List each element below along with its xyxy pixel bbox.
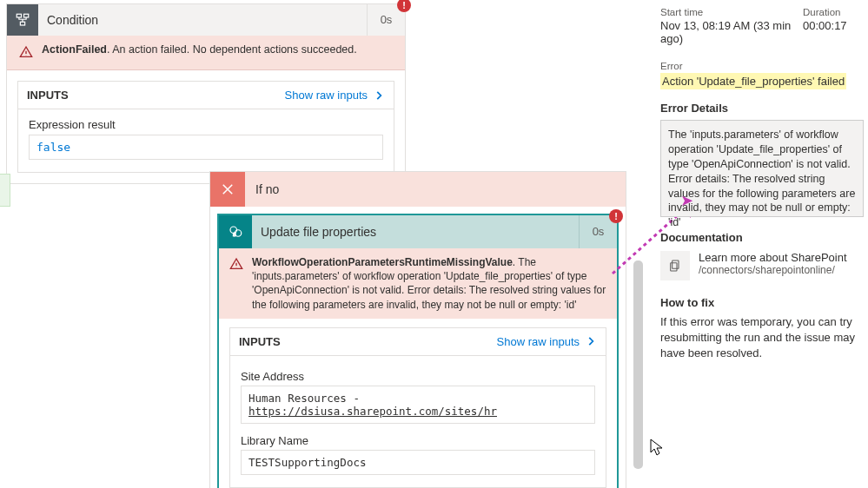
- close-icon: [210, 172, 245, 207]
- warning-icon: [229, 257, 243, 312]
- error-label: Error: [660, 61, 864, 71]
- start-time-value: Nov 13, 08:19 AM (33 min ago): [660, 19, 803, 45]
- condition-icon: [7, 4, 38, 36]
- svg-rect-1: [24, 14, 29, 17]
- library-name-label: Library Name: [241, 434, 595, 447]
- svg-text:S: S: [233, 231, 236, 237]
- ufp-inputs-panel: INPUTS Show raw inputs Site Address Huma…: [229, 327, 606, 488]
- details-pane: Start time Nov 13, 08:19 AM (33 min ago)…: [659, 0, 865, 488]
- chevron-right-icon: [373, 89, 385, 102]
- condition-header[interactable]: Condition 0s !: [7, 4, 405, 36]
- show-raw-inputs-label: Show raw inputs: [285, 89, 368, 102]
- start-time-label: Start time: [660, 7, 803, 17]
- ufp-error-banner: WorkflowOperationParametersRuntimeMissin…: [219, 248, 617, 319]
- error-summary: Action 'Update_file_properties' failed: [660, 73, 846, 89]
- svg-rect-7: [673, 260, 679, 268]
- error-badge-icon: !: [397, 0, 411, 12]
- scrollbar[interactable]: [633, 260, 643, 469]
- documentation-title: Learn more about SharePoint: [699, 251, 847, 264]
- warning-icon: [19, 45, 33, 62]
- documentation-link[interactable]: Learn more about SharePoint /connectors/…: [660, 251, 864, 280]
- copy-icon: [660, 251, 690, 280]
- documentation-path: /connectors/sharepointonline/: [699, 264, 847, 276]
- error-message: . An action failed. No dependent actions…: [107, 43, 357, 56]
- condition-error-banner: ActionFailed. An action failed. No depen…: [7, 36, 405, 70]
- svg-rect-0: [17, 14, 21, 17]
- error-details-text: The 'inputs.parameters' of workflow oper…: [668, 129, 855, 228]
- show-raw-inputs-link[interactable]: Show raw inputs: [285, 89, 385, 102]
- condition-inputs-panel: INPUTS Show raw inputs Expression result…: [17, 81, 394, 173]
- chevron-right-icon: [585, 335, 597, 347]
- error-badge-icon: !: [609, 209, 623, 223]
- svg-rect-2: [20, 22, 24, 25]
- expression-result-value: false: [29, 135, 383, 160]
- duration-label: Duration: [803, 7, 864, 17]
- error-details-box: The 'inputs.parameters' of workflow oper…: [660, 120, 864, 217]
- svg-rect-8: [671, 263, 677, 271]
- duration-value: 00:00:17: [803, 19, 864, 32]
- if-no-branch: If no S Update file properties 0s !: [209, 171, 626, 488]
- library-name-value: TESTSupportingDocs: [241, 450, 595, 475]
- ufp-title: Update file properties: [252, 225, 579, 239]
- inputs-heading: INPUTS: [27, 89, 285, 102]
- site-address-value: Human Resources - https://dsiusa.sharepo…: [241, 386, 595, 424]
- condition-title: Condition: [38, 13, 367, 27]
- how-to-fix-text: If this error was temporary, you can try…: [660, 314, 864, 362]
- how-to-fix-label: How to fix: [660, 296, 864, 309]
- ufp-error-code: WorkflowOperationParametersRuntimeMissin…: [252, 256, 513, 268]
- if-yes-branch-sliver: [0, 174, 10, 207]
- condition-card[interactable]: Condition 0s ! ActionFailed. An action f…: [6, 3, 406, 184]
- expression-result-label: Expression result: [29, 118, 383, 131]
- site-address-label: Site Address: [241, 370, 595, 383]
- show-raw-inputs-label: Show raw inputs: [497, 335, 580, 348]
- inputs-heading: INPUTS: [239, 335, 497, 348]
- error-details-label: Error Details: [660, 102, 864, 115]
- annotation-arrowhead-icon: ➤: [680, 190, 693, 211]
- show-raw-inputs-link[interactable]: Show raw inputs: [497, 335, 597, 348]
- error-code: ActionFailed: [42, 43, 107, 56]
- if-no-header[interactable]: If no: [210, 172, 626, 207]
- ufp-header[interactable]: S Update file properties 0s !: [219, 215, 617, 248]
- sharepoint-icon: S: [219, 215, 252, 248]
- update-file-properties-card[interactable]: S Update file properties 0s ! WorkflowOp…: [217, 214, 619, 488]
- if-no-title: If no: [245, 182, 279, 196]
- documentation-label: Documentation: [660, 231, 864, 244]
